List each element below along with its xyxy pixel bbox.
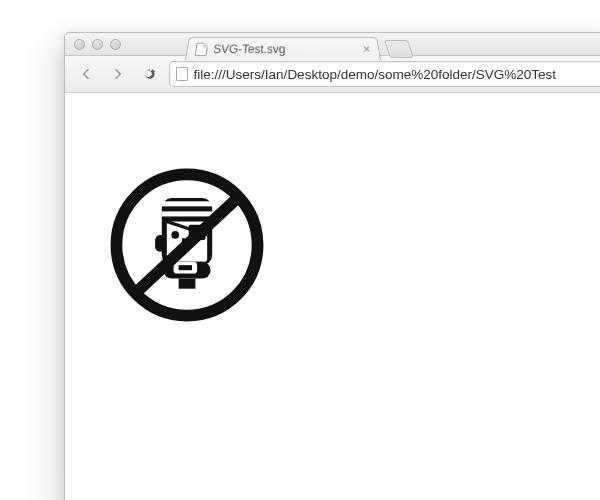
browser-window: SVG-Test.svg × — [64, 32, 600, 500]
page-content — [65, 93, 600, 500]
file-protocol-icon — [176, 67, 188, 81]
toolbar — [65, 56, 600, 93]
address-bar[interactable] — [169, 61, 600, 87]
svg-rect-3 — [162, 201, 212, 206]
tab-strip: SVG-Test.svg × — [185, 35, 411, 60]
svg-rect-4 — [162, 211, 212, 216]
file-icon — [195, 42, 209, 55]
url-input[interactable] — [194, 67, 600, 82]
window-titlebar[interactable]: SVG-Test.svg × — [65, 33, 600, 56]
svg-rect-11 — [179, 279, 196, 289]
reload-icon — [142, 66, 158, 82]
arrow-left-icon — [78, 66, 94, 82]
traffic-light-minimize[interactable] — [92, 39, 103, 50]
arrow-right-icon — [110, 66, 126, 82]
reload-button[interactable] — [137, 62, 163, 86]
forward-button[interactable] — [105, 62, 131, 86]
tab-title: SVG-Test.svg — [213, 42, 358, 55]
traffic-light-zoom[interactable] — [110, 39, 121, 50]
tab-close-icon[interactable]: × — [362, 42, 372, 56]
svg-rect-12 — [155, 235, 165, 252]
svg-point-7 — [171, 231, 179, 239]
traffic-light-close[interactable] — [74, 39, 85, 50]
svg-image — [103, 161, 271, 333]
svg-rect-10 — [179, 265, 192, 270]
no-piracy-icon — [103, 161, 271, 329]
back-button[interactable] — [73, 62, 99, 86]
tab-active[interactable]: SVG-Test.svg × — [185, 37, 381, 60]
new-tab-button[interactable] — [384, 40, 414, 58]
